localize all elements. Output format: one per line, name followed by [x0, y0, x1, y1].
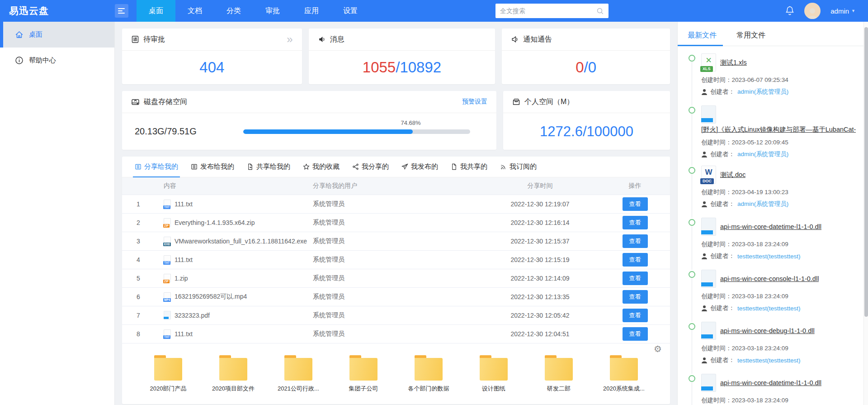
- list-item: [野火]《嵌入式Linux镜像构建与部署—基于LubanCat- 创建时间：20…: [686, 105, 858, 166]
- timeline-dot[interactable]: [689, 271, 695, 278]
- folder-item[interactable]: 2020项目部文件: [204, 355, 262, 393]
- total-count: /10892: [396, 59, 441, 76]
- card-title: 个人空间（M）: [524, 97, 574, 107]
- folder-item[interactable]: 各个部门的数据: [400, 355, 458, 393]
- list-item: api-ms-win-core-datetime-l1-1-0.dll 创建时间…: [686, 374, 858, 405]
- share-nodes-icon: [352, 163, 359, 170]
- sidebar-item-help-center[interactable]: 帮助中心: [0, 48, 114, 73]
- shared-by-user: 系统管理员: [313, 250, 480, 269]
- file-link[interactable]: api-ms-win-core-datetime-l1-1-0.dll: [720, 379, 821, 386]
- disk-storage-card: 磁盘存储空间 预警设置 20.13G/79.51G 74.68%: [122, 91, 496, 150]
- list-icon: [191, 163, 198, 170]
- sidebar-toggle-button[interactable]: [115, 4, 128, 18]
- file-name[interactable]: 3232323.pdf: [175, 312, 210, 319]
- folder-item[interactable]: 2021公司行政...: [269, 355, 327, 393]
- list-item: WDOC 测试.doc 创建时间：2023-04-19 13:00:23 创建者…: [686, 166, 858, 218]
- file-link[interactable]: 测试1.xls: [720, 58, 747, 67]
- view-button[interactable]: 查看: [623, 327, 648, 341]
- tab-my-subscriptions[interactable]: 我订阅的: [495, 157, 542, 177]
- created-time: 2023-03-18 23:24:09: [732, 397, 788, 404]
- creator-link[interactable]: admin(系统管理员): [737, 88, 788, 96]
- tab-my-coshared[interactable]: 我共享的: [445, 157, 493, 177]
- folder-icon: [349, 355, 377, 381]
- file-link[interactable]: 测试.doc: [720, 171, 745, 179]
- tab-frequent-files[interactable]: 常用文件: [736, 26, 765, 46]
- folder-item[interactable]: 研发二部: [530, 355, 588, 393]
- table-row: 5 ZIP1.zip 系统管理员 2022-12-30 12:14:09 查看: [122, 269, 670, 287]
- scrollbar-thumb[interactable]: [864, 27, 868, 317]
- file-name[interactable]: 1632195269582可以.mp4: [175, 293, 247, 301]
- file-link[interactable]: [野火]《嵌入式Linux镜像构建与部署—基于LubanCat-: [701, 125, 856, 134]
- table-row: 2 ZIPEverything-1.4.1.935.x64.zip 系统管理员 …: [122, 213, 670, 232]
- menu-item-documents[interactable]: 文档: [175, 0, 214, 22]
- view-button[interactable]: 查看: [623, 253, 648, 267]
- gear-icon[interactable]: ⚙: [654, 344, 662, 353]
- folder-item[interactable]: 2020系统集成...: [595, 355, 653, 393]
- search-icon[interactable]: [596, 7, 604, 15]
- view-button[interactable]: 查看: [623, 234, 648, 248]
- table-row: 3 EXEVMwareworkstation_full_v16.2.1.1881…: [122, 232, 670, 250]
- created-time: 2023-03-18 23:24:09: [732, 293, 788, 300]
- hard-drive-icon: [131, 98, 140, 106]
- shared-by-user: 系统管理员: [313, 213, 480, 232]
- menu-item-desktop[interactable]: 桌面: [137, 0, 175, 22]
- view-button[interactable]: 查看: [623, 197, 648, 211]
- file-name[interactable]: 1.zip: [175, 275, 188, 282]
- tab-latest-files[interactable]: 最新文件: [688, 26, 717, 46]
- card-title: 待审批: [143, 35, 165, 44]
- file-name[interactable]: Everything-1.4.1.935.x64.zip: [175, 219, 255, 226]
- timeline-dot[interactable]: [689, 219, 695, 226]
- menu-item-apps[interactable]: 应用: [292, 0, 331, 22]
- folder-icon: [284, 355, 312, 381]
- user-avatar[interactable]: [804, 3, 821, 19]
- tab-my-published[interactable]: 我发布的: [396, 157, 443, 177]
- notifications-bell-icon[interactable]: [785, 6, 794, 16]
- file-name[interactable]: 111.txt: [175, 200, 193, 208]
- timeline-dot[interactable]: [689, 167, 695, 174]
- search-input[interactable]: [500, 7, 596, 14]
- folder-item[interactable]: 集团子公司: [335, 355, 392, 393]
- menu-item-categories[interactable]: 分类: [214, 0, 253, 22]
- shared-files-table: 内容 分享给我的用户 分享时间 操作 1 TXT111.txt 系统管理员 20…: [122, 177, 670, 343]
- tab-my-shares[interactable]: 我分享的: [347, 157, 394, 177]
- menu-item-approval[interactable]: 审批: [253, 0, 292, 22]
- alert-settings-link[interactable]: 预警设置: [462, 98, 487, 106]
- folder-item[interactable]: 设计图纸: [465, 355, 523, 393]
- chevron-down-icon: ▼: [851, 9, 855, 13]
- timeline-dot[interactable]: [689, 375, 695, 382]
- file-name[interactable]: VMwareworkstation_full_v16.2.1.18811642.…: [175, 238, 307, 245]
- tab-my-favorites[interactable]: 我的收藏: [297, 157, 345, 177]
- table-row: 7 3232323.pdf 系统管理员 2022-12-30 12:05:42 …: [122, 306, 670, 324]
- disk-progress-bar: 74.68%: [243, 129, 470, 134]
- creator-link[interactable]: testtesttest(testtesttest): [737, 305, 801, 312]
- tab-shared-to-me[interactable]: 分享给我的: [129, 157, 184, 177]
- col-header-action: 操作: [600, 177, 670, 195]
- view-button[interactable]: 查看: [623, 216, 648, 229]
- timeline-dot[interactable]: [689, 55, 695, 62]
- file-link[interactable]: api-ms-win-core-debug-l1-1-0.dll: [720, 327, 815, 334]
- top-navbar: 易迅云盘 桌面 文档 分类 审批 应用 设置 admin ▼: [0, 0, 868, 22]
- expand-double-arrow-icon[interactable]: »: [287, 34, 292, 45]
- view-button[interactable]: 查看: [623, 309, 648, 322]
- file-link[interactable]: api-ms-win-core-console-l1-1-0.dll: [720, 275, 819, 282]
- view-button[interactable]: 查看: [623, 272, 648, 285]
- view-button[interactable]: 查看: [623, 290, 648, 304]
- col-header-time: 分享时间: [480, 177, 600, 195]
- menu-item-settings[interactable]: 设置: [331, 0, 370, 22]
- file-name[interactable]: 111.txt: [175, 256, 193, 263]
- creator-link[interactable]: admin(系统管理员): [737, 200, 788, 208]
- app-logo: 易迅云盘: [0, 5, 115, 17]
- timeline-dot[interactable]: [689, 323, 695, 330]
- sidebar-item-desktop[interactable]: 桌面: [0, 22, 114, 48]
- user-menu[interactable]: admin ▼: [830, 7, 855, 15]
- tab-cosharing-to-me[interactable]: 共享给我的: [241, 157, 296, 177]
- creator-link[interactable]: testtesttest(testtesttest): [737, 253, 801, 260]
- folder-item[interactable]: 2020部门产品: [139, 355, 197, 393]
- file-name[interactable]: 111.txt: [175, 330, 193, 338]
- personal-space-card: 个人空间（M） 1272.6/100000: [503, 91, 670, 150]
- creator-link[interactable]: admin(系统管理员): [737, 150, 788, 158]
- tab-published-to-me[interactable]: 发布给我的: [185, 157, 240, 177]
- file-link[interactable]: api-ms-win-core-datetime-l1-1-0.dll: [720, 223, 821, 230]
- timeline-dot[interactable]: [689, 107, 695, 114]
- creator-link[interactable]: testtesttest(testtesttest): [737, 357, 801, 364]
